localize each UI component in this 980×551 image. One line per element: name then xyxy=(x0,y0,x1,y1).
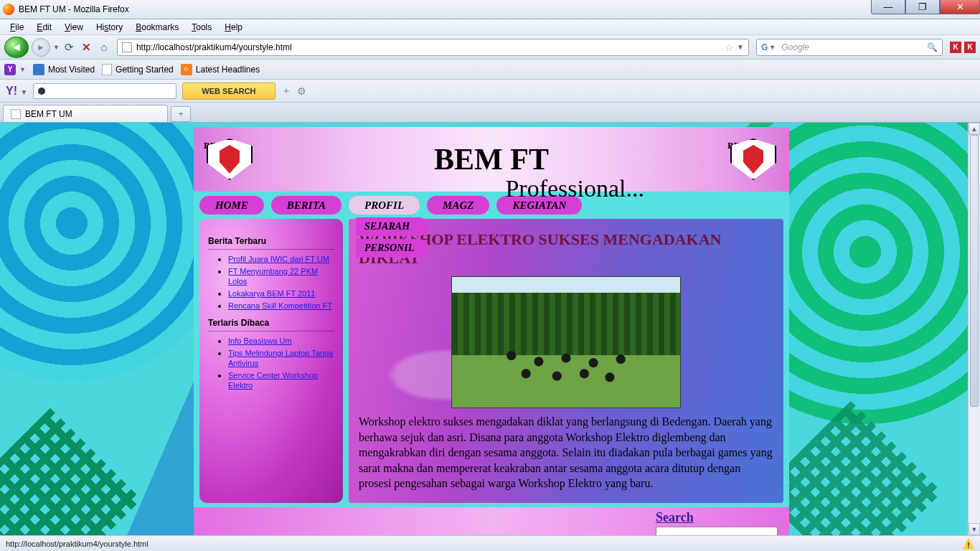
menu-edit[interactable]: Edit xyxy=(31,21,57,34)
status-bar: http://localhost/praktikum4/yourstyle.ht… xyxy=(0,535,980,551)
tab-title: BEM FT UM xyxy=(25,109,72,119)
window-title: BEM FT UM - Mozilla Firefox xyxy=(19,4,129,14)
back-button[interactable]: ◄ xyxy=(4,37,29,58)
footer-search-label[interactable]: Search xyxy=(656,510,694,525)
yahoo-search-input[interactable] xyxy=(33,83,176,99)
nav-submenu: SEJARAH PERSONIL xyxy=(356,217,428,260)
kaspersky-icons: K K xyxy=(950,42,976,53)
vertical-scrollbar[interactable]: ▲ ▼ xyxy=(968,123,980,535)
popular-link[interactable]: Tips Melindungi Laptop Tanpa Antivirus xyxy=(228,349,333,367)
logo-right: BEM xyxy=(730,138,776,180)
menu-tools[interactable]: Tools xyxy=(186,21,217,34)
shield-icon xyxy=(207,138,253,180)
article-body: Workshop elektro sukses mengadakan dikla… xyxy=(359,414,773,491)
menu-help[interactable]: Help xyxy=(219,21,248,34)
article-photo xyxy=(451,276,681,408)
yahoo-settings-icon[interactable]: ⚙ xyxy=(297,85,306,97)
stop-button[interactable]: ✕ xyxy=(80,40,94,55)
yahoo-web-search-button[interactable]: WEB SEARCH xyxy=(182,83,275,100)
submenu-personil[interactable]: PERSONIL xyxy=(356,239,428,258)
nav-magz[interactable]: MAGZ xyxy=(427,196,489,215)
nav-berita[interactable]: BERITA xyxy=(271,196,341,215)
new-tab-button[interactable]: + xyxy=(171,106,191,122)
site-title: BEM FT xyxy=(253,142,730,176)
search-bar[interactable]: G ▼ Google 🔍 xyxy=(756,39,943,56)
window-minimize-button[interactable]: — xyxy=(871,0,905,14)
bookmark-star-icon[interactable]: ☆ xyxy=(725,42,734,53)
window-titlebar: BEM FT UM - Mozilla Firefox — ❐ ✕ xyxy=(0,0,980,19)
status-text: http://localhost/praktikum4/yourstyle.ht… xyxy=(6,540,149,548)
tab-favicon xyxy=(11,109,21,119)
window-close-button[interactable]: ✕ xyxy=(940,0,980,14)
getting-started-bookmark[interactable]: Getting Started xyxy=(102,64,174,75)
forward-button[interactable]: ► xyxy=(32,38,50,57)
yahoo-add-button[interactable]: ＋ xyxy=(281,85,291,98)
menu-file[interactable]: File xyxy=(4,21,29,34)
latest-headlines-bookmark[interactable]: ೧Latest Headlines xyxy=(181,64,260,75)
site-subtitle: Professional... xyxy=(505,175,644,202)
submenu-sejarah[interactable]: SEJARAH xyxy=(356,217,428,236)
window-maximize-button[interactable]: ❐ xyxy=(905,0,940,14)
url-dropdown-icon[interactable]: ▼ xyxy=(737,43,744,51)
sidebar-heading-news: Berita Terbaru xyxy=(208,236,334,250)
tab-active[interactable]: BEM FT UM xyxy=(3,105,168,122)
page-favicon xyxy=(122,42,132,52)
main-nav: HOME BERITA PROFIL MAGZ KEGIATAN xyxy=(194,192,789,219)
scroll-track[interactable] xyxy=(969,135,980,523)
site-footer: Search xyxy=(194,507,789,535)
scroll-up-button[interactable]: ▲ xyxy=(969,123,980,135)
url-text[interactable]: http://localhost/praktikum4/yourstyle.ht… xyxy=(136,42,722,52)
news-link[interactable]: Profil Juara IWIC dari FT UM xyxy=(228,255,329,263)
nav-toolbar: ◄ ► ▼ ⟳ ✕ ⌂ http://localhost/praktikum4/… xyxy=(0,35,980,60)
sidebar-heading-popular: Terlaris Dibaca xyxy=(208,318,334,331)
firefox-icon xyxy=(3,4,14,15)
main-content: WORKSHOP ELEKTRO SUKSES MENGADAKAN DIKLA… xyxy=(349,219,783,503)
news-link[interactable]: Rencana Skill Kompetition FT xyxy=(228,301,332,310)
page-viewport: BEM BEM FT Professional... BEM HOME BERI… xyxy=(0,123,980,535)
yahoo-toolbar: Y! ▼ WEB SEARCH ＋ ⚙ xyxy=(0,80,980,103)
menu-bookmarks[interactable]: Bookmarks xyxy=(130,21,184,34)
logo-left: BEM xyxy=(207,138,253,180)
google-icon: G xyxy=(761,42,768,52)
nav-profil[interactable]: PROFIL xyxy=(349,196,420,215)
warning-icon[interactable]: ! xyxy=(963,538,974,550)
kaspersky-icon[interactable]: K xyxy=(950,42,961,53)
tab-bar: BEM FT UM + xyxy=(0,103,980,123)
nav-home[interactable]: HOME xyxy=(199,196,264,215)
bookmarks-toolbar: Y▼ Most Visited Getting Started ೧Latest … xyxy=(0,60,980,80)
url-bar[interactable]: http://localhost/praktikum4/yourstyle.ht… xyxy=(117,39,749,56)
most-visited-bookmark[interactable]: Most Visited xyxy=(33,64,95,75)
menubar: File Edit View History Bookmarks Tools H… xyxy=(0,19,980,35)
shield-icon xyxy=(730,138,776,180)
footer-search-input[interactable] xyxy=(656,527,778,535)
popular-link[interactable]: Info Beasiswa Um xyxy=(228,336,292,345)
kaspersky-icon[interactable]: K xyxy=(964,42,976,53)
news-link[interactable]: Lokakarya BEM FT 2011 xyxy=(228,289,315,298)
menu-view[interactable]: View xyxy=(59,21,89,34)
news-link[interactable]: FT Menyumbang 22 PKM Lolos xyxy=(228,267,318,286)
home-button[interactable]: ⌂ xyxy=(97,40,111,55)
reload-button[interactable]: ⟳ xyxy=(62,40,77,55)
menu-history[interactable]: History xyxy=(90,21,128,34)
yahoo-bookmark[interactable]: Y▼ xyxy=(4,64,26,75)
search-go-icon[interactable]: 🔍 xyxy=(927,42,938,52)
yahoo-logo[interactable]: Y! ▼ xyxy=(6,85,27,98)
popular-link[interactable]: Service Center Workshop Elektro xyxy=(228,371,318,390)
site-banner: BEM BEM FT Professional... BEM xyxy=(194,127,789,192)
sidebar: Berita Terbaru Profil Juara IWIC dari FT… xyxy=(199,219,343,503)
scroll-down-button[interactable]: ▼ xyxy=(969,523,980,535)
search-placeholder: Google xyxy=(781,42,927,52)
scroll-thumb[interactable] xyxy=(970,135,979,407)
site-container: BEM BEM FT Professional... BEM HOME BERI… xyxy=(194,127,789,535)
